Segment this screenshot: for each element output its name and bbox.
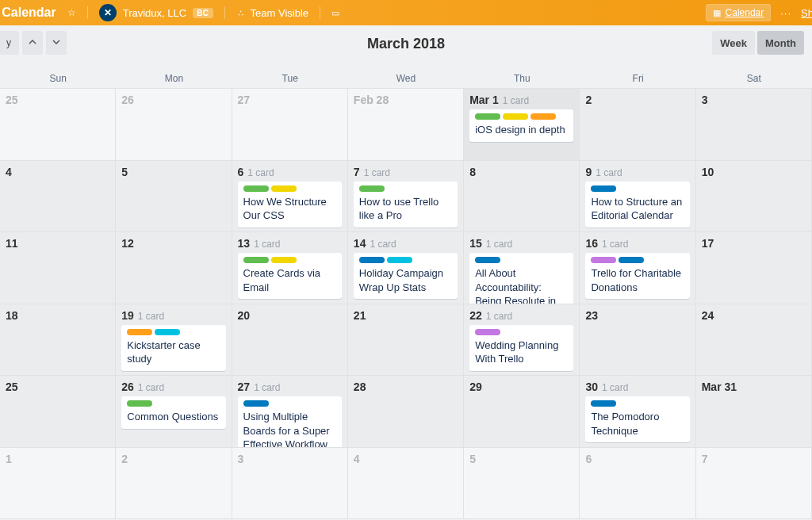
week-toggle[interactable]: Week: [712, 31, 755, 55]
calendar-card[interactable]: Using Multiple Boards for a Super Effect…: [238, 396, 342, 448]
calendar-cell[interactable]: 26: [116, 89, 232, 161]
date-line: 261 card: [121, 380, 225, 393]
label-b: [591, 400, 616, 407]
calendar-cell[interactable]: 23: [580, 304, 695, 377]
calendar-cell[interactable]: 20: [232, 304, 348, 377]
more-menu-icon[interactable]: ···: [780, 7, 791, 19]
calendar-powerup-button[interactable]: ▦ Calendar: [706, 4, 772, 21]
calendar-cell[interactable]: 8: [464, 161, 580, 233]
calendar-cell[interactable]: 91 cardHow to Structure an Editorial Cal…: [580, 161, 695, 233]
calendar-cell[interactable]: 161 cardTrello for Charitable Donations: [580, 232, 695, 304]
calendar-cell[interactable]: 71 cardHow to use Trello like a Pro: [348, 161, 464, 233]
calendar-cell[interactable]: 3: [696, 89, 812, 161]
calendar-cell[interactable]: 301 cardThe Pomodoro Technique: [580, 376, 695, 448]
visibility-button[interactable]: ⛬ Team Visible: [236, 7, 308, 19]
board-header-left: ial Calendar ☆ ✕ Travidux, LLC BC ⛬ Team…: [8, 4, 706, 21]
chevron-down-icon: [52, 37, 60, 48]
calendar-cell[interactable]: 61 cardHow We Structure Our CSS: [232, 161, 348, 233]
date-line: 21: [354, 309, 458, 322]
calendar-card[interactable]: All About Accountability: Being Resolute…: [469, 253, 573, 304]
calendar-cell[interactable]: 191 cardKickstarter case study: [116, 304, 232, 377]
calendar-cell[interactable]: 17: [696, 232, 812, 304]
calendar-cell[interactable]: 25: [0, 376, 116, 448]
calendar-cell[interactable]: 6: [580, 448, 695, 520]
show-menu-link[interactable]: Sh: [801, 7, 812, 19]
prev-button[interactable]: [22, 31, 43, 55]
date-line: 24: [702, 309, 806, 322]
calendar-card[interactable]: Wedding Planning With Trello: [469, 325, 573, 371]
date-line: 5: [469, 453, 573, 465]
calendar-cell[interactable]: 7: [696, 448, 812, 520]
today-button[interactable]: y: [0, 31, 19, 55]
briefcase-icon[interactable]: ▭: [331, 8, 339, 18]
visibility-label: Team Visible: [251, 7, 308, 19]
dow-sun: Sun: [0, 69, 116, 88]
dow-fri: Fri: [580, 69, 695, 88]
month-toggle[interactable]: Month: [757, 31, 804, 55]
card-title: Create Cards via Email: [243, 266, 336, 294]
calendar-cell[interactable]: 151 cardAll About Accountability: Being …: [464, 232, 580, 304]
calendar-cell[interactable]: 5: [464, 448, 580, 520]
calendar-card[interactable]: Holiday Campaign Wrap Up Stats: [354, 253, 458, 299]
calendar-card[interactable]: How We Structure Our CSS: [238, 182, 342, 228]
calendar-cell[interactable]: 2: [116, 448, 232, 520]
date-line: 301 card: [585, 380, 689, 393]
card-labels: [591, 257, 684, 263]
star-icon[interactable]: ☆: [67, 7, 76, 18]
calendar-cell[interactable]: Mar 31: [696, 376, 812, 448]
card-count: 1 card: [247, 167, 274, 178]
calendar-cell[interactable]: 1: [0, 448, 116, 520]
date-line: Mar 31: [702, 380, 806, 393]
card-labels: [475, 329, 568, 335]
calendar-cell[interactable]: 271 cardUsing Multiple Boards for a Supe…: [232, 376, 348, 448]
date-line: 151 card: [469, 237, 573, 250]
cell-date: 7: [702, 453, 708, 465]
calendar-card[interactable]: iOS design in depth: [469, 109, 573, 142]
label-g: [127, 400, 152, 407]
calendar-grid: 252627Feb 28Mar 11 cardiOS design in dep…: [0, 88, 812, 519]
calendar-cell[interactable]: 29: [464, 376, 580, 448]
label-g: [243, 185, 269, 192]
calendar-cell[interactable]: Mar 11 cardiOS design in depth: [464, 89, 580, 161]
date-line: 4: [354, 453, 458, 465]
calendar-cell[interactable]: 12: [116, 232, 232, 304]
calendar-card[interactable]: The Pomodoro Technique: [585, 396, 689, 442]
cell-date: 18: [6, 309, 18, 322]
board-title[interactable]: ial Calendar: [0, 6, 56, 20]
calendar-cell[interactable]: 5: [116, 161, 232, 233]
card-title: Trello for Charitable Donations: [591, 266, 684, 294]
calendar-cell[interactable]: Feb 28: [348, 89, 464, 161]
dow-sat: Sat: [696, 69, 812, 88]
label-b: [243, 400, 269, 407]
cell-date: 27: [238, 94, 251, 106]
calendar-card[interactable]: How to Structure an Editorial Calendar: [585, 182, 689, 228]
calendar-cell[interactable]: 4: [348, 448, 464, 520]
calendar-card[interactable]: Common Questions: [121, 396, 225, 429]
calendar-card[interactable]: Trello for Charitable Donations: [585, 253, 689, 299]
calendar-cell[interactable]: 221 cardWedding Planning With Trello: [464, 304, 580, 377]
card-count: 1 card: [602, 382, 628, 393]
calendar-cell[interactable]: 2: [580, 89, 695, 161]
card-count: 1 card: [138, 311, 164, 322]
card-labels: [243, 257, 336, 263]
calendar-card[interactable]: How to use Trello like a Pro: [354, 182, 458, 228]
calendar-cell[interactable]: 28: [348, 376, 464, 448]
calendar-cell[interactable]: 4: [0, 161, 116, 233]
calendar-cell[interactable]: 27: [232, 89, 348, 161]
calendar-cell[interactable]: 11: [0, 232, 116, 304]
label-b: [475, 257, 500, 263]
calendar-cell[interactable]: 21: [348, 304, 464, 377]
calendar-cell[interactable]: 131 cardCreate Cards via Email: [232, 232, 348, 304]
calendar-card[interactable]: Create Cards via Email: [238, 253, 342, 299]
team-chip[interactable]: ✕ Travidux, LLC BC: [99, 4, 213, 21]
calendar-cell[interactable]: 10: [696, 161, 812, 233]
calendar-card[interactable]: Kickstarter case study: [121, 325, 225, 371]
calendar-cell[interactable]: 141 cardHoliday Campaign Wrap Up Stats: [348, 232, 464, 304]
calendar-cell[interactable]: 261 cardCommon Questions: [116, 376, 232, 448]
next-button[interactable]: [46, 31, 67, 55]
calendar-cell[interactable]: 18: [0, 304, 116, 377]
calendar-cell[interactable]: 24: [696, 304, 812, 377]
calendar-cell[interactable]: 3: [232, 448, 348, 520]
calendar-cell[interactable]: 25: [0, 89, 116, 161]
today-label: y: [6, 37, 11, 48]
